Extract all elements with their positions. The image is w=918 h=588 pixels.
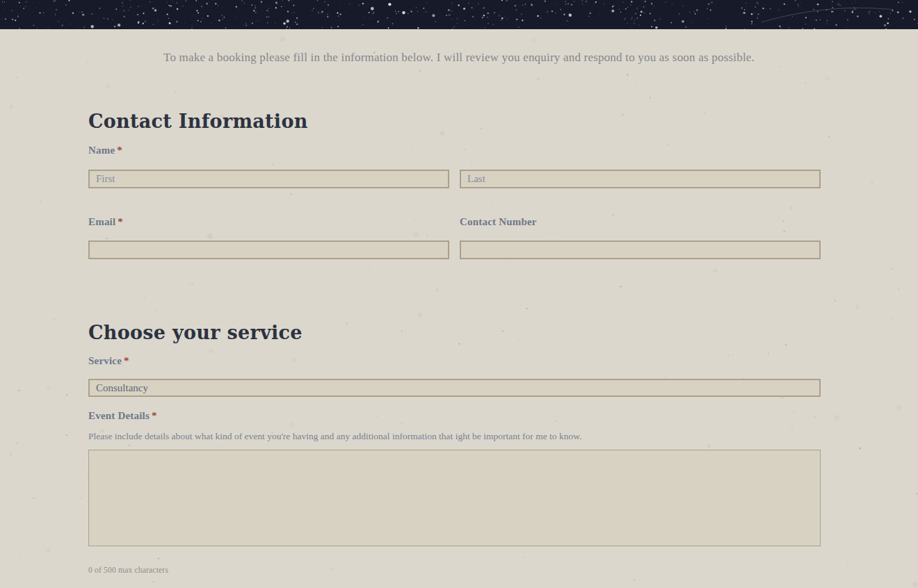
name-label: Name* [88, 145, 821, 156]
contact-number-input[interactable] [460, 240, 821, 259]
first-name-input[interactable] [88, 170, 449, 188]
service-label: Service* [88, 355, 821, 367]
contact-number-label: Contact Number [460, 216, 821, 228]
booking-form: Contact Information Name* Email* Contact… [88, 111, 821, 574]
email-input[interactable] [88, 240, 449, 259]
email-label: Email* [88, 216, 449, 228]
email-contact-row: Email* Contact Number [88, 188, 821, 259]
event-details-label: Event Details* [88, 410, 821, 422]
starry-header-banner [0, 0, 918, 29]
night-sky-stars-illustration [0, 0, 918, 29]
last-name-input[interactable] [460, 170, 821, 188]
event-details-textarea[interactable] [88, 450, 821, 546]
booking-intro-text: To make a booking please fill in the inf… [0, 51, 918, 65]
required-asterisk: * [118, 216, 123, 227]
event-details-description: Please include details about what kind o… [88, 431, 821, 442]
choose-service-heading: Choose your service [88, 322, 821, 343]
required-asterisk: * [152, 410, 157, 421]
required-asterisk: * [117, 145, 122, 156]
required-asterisk: * [124, 355, 129, 366]
name-fields-row [88, 156, 821, 188]
service-select[interactable]: Consultancy [88, 379, 821, 397]
contact-information-heading: Contact Information [88, 111, 821, 132]
character-counter: 0 of 500 max characters [88, 566, 821, 574]
